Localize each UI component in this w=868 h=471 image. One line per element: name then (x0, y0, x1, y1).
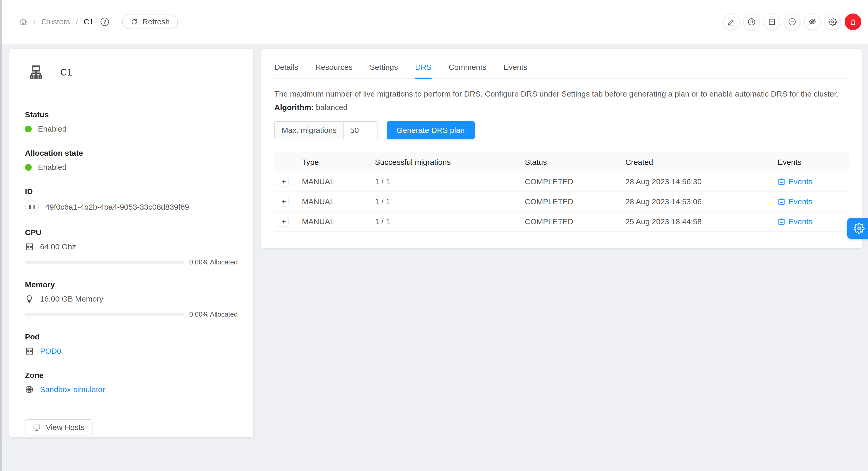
unmanage-cluster-button[interactable] (764, 13, 780, 30)
memory-value-row: 16.00 GB Memory (25, 293, 238, 305)
breadcrumb: / Clusters / C1 ? Refresh (19, 0, 178, 43)
cluster-title: C1 (60, 67, 72, 78)
cell-status: COMPLETED (516, 217, 617, 226)
pod-link[interactable]: POD0 (40, 347, 61, 356)
minus-circle-icon (788, 18, 796, 26)
events-link[interactable]: Events (778, 197, 849, 206)
memory-allocated-text: 0.00% Allocated (189, 310, 238, 318)
disable-cluster-button[interactable] (743, 13, 760, 30)
generate-drs-plan-button[interactable]: Generate DRS plan (387, 121, 475, 139)
edit-button[interactable] (723, 13, 740, 30)
pod-value-row: POD0 (25, 345, 238, 357)
zone-link[interactable]: Sandbox-simulator (40, 385, 105, 394)
allocation-state-value: Enabled (38, 163, 66, 172)
barcode-icon (25, 200, 39, 214)
tab-settings[interactable]: Settings (370, 63, 398, 78)
edit-icon (727, 18, 736, 26)
header-type: Type (293, 158, 366, 167)
hide-button[interactable] (804, 13, 821, 30)
eye-invisible-icon (808, 18, 816, 26)
cell-created: 28 Aug 2023 14:53:06 (617, 197, 769, 206)
cell-created: 28 Aug 2023 14:56:30 (617, 177, 769, 186)
memory-progress-row: 0.00% Allocated (25, 310, 238, 318)
calendar-check-icon (778, 178, 785, 186)
tab-resources[interactable]: Resources (315, 63, 352, 78)
events-link[interactable]: Events (778, 217, 849, 226)
breadcrumb-separator: / (75, 18, 78, 26)
table-row: + MANUAL 1 / 1 COMPLETED 28 Aug 2023 14:… (274, 172, 849, 192)
algorithm-label: Algorithm: (274, 103, 314, 111)
globe-icon (25, 385, 34, 394)
cluster-header: C1 (25, 62, 238, 80)
monitor-icon (33, 423, 41, 432)
memory-value: 16.00 GB Memory (40, 295, 103, 303)
home-icon[interactable] (19, 17, 28, 27)
calendar-check-icon (778, 218, 785, 226)
side-settings-button[interactable] (847, 218, 868, 239)
algorithm-value: balanced (316, 103, 348, 111)
max-migrations-addon: Max. migrations (274, 121, 344, 139)
tab-events[interactable]: Events (503, 63, 527, 78)
left-edge-strip (0, 0, 2, 471)
help-icon[interactable]: ? (100, 17, 110, 27)
zone-value-row: Sandbox-simulator (25, 384, 238, 395)
pause-circle-icon (747, 18, 756, 26)
algorithm-row: Algorithm: balanced (274, 103, 849, 112)
gear-icon (854, 223, 865, 234)
cell-status: COMPLETED (516, 197, 617, 206)
status-value-row: Enabled (25, 123, 238, 135)
pod-grid-icon (25, 347, 34, 356)
settings-button[interactable] (824, 13, 841, 30)
cpu-allocated-text: 0.00% Allocated (189, 258, 238, 266)
bulb-icon (25, 295, 34, 303)
tab-comments[interactable]: Comments (449, 63, 486, 78)
expand-row-button[interactable]: + (279, 217, 289, 227)
expand-row-button[interactable]: + (279, 177, 289, 187)
drs-description: The maximum number of live migrations to… (274, 89, 849, 99)
cell-type: MANUAL (293, 217, 366, 226)
tab-drs[interactable]: DRS (415, 63, 432, 78)
events-link[interactable]: Events (778, 177, 849, 186)
cell-migrations: 1 / 1 (366, 217, 516, 226)
id-label: ID (25, 187, 238, 196)
header-created: Created (617, 158, 769, 167)
cpu-grid-icon (25, 242, 34, 251)
status-value: Enabled (38, 125, 66, 133)
disable-allocation-button[interactable] (784, 13, 801, 30)
reload-icon (130, 18, 138, 26)
gear-icon (829, 18, 837, 26)
table-row: + MANUAL 1 / 1 COMPLETED 28 Aug 2023 14:… (274, 192, 849, 212)
header-events: Events (769, 158, 849, 167)
memory-label: Memory (25, 280, 238, 289)
breadcrumb-current: C1 (84, 18, 94, 26)
calendar-check-icon (778, 198, 785, 205)
view-hosts-label: View Hosts (46, 423, 85, 432)
tab-details[interactable]: Details (274, 63, 298, 78)
refresh-button[interactable]: Refresh (122, 14, 178, 29)
cpu-value-row: 64.00 Ghz (25, 241, 238, 253)
cpu-label: CPU (25, 228, 238, 237)
allocation-state-dot (25, 164, 32, 171)
cluster-icon (28, 64, 44, 80)
drs-plans-table: Type Successful migrations Status Create… (274, 152, 849, 232)
memory-progress-bar (25, 313, 184, 316)
breadcrumb-clusters-link[interactable]: Clusters (41, 18, 70, 26)
max-migrations-input[interactable] (344, 121, 378, 139)
allocation-state-value-row: Enabled (25, 162, 238, 173)
cluster-detail-card: Details Resources Settings DRS Comments … (261, 49, 862, 248)
id-value: 49f0c6a1-4b2b-4ba4-9053-33c08d839f69 (45, 203, 189, 211)
divider (25, 410, 238, 410)
delete-button[interactable] (845, 13, 861, 30)
zone-label: Zone (25, 371, 238, 380)
cell-migrations: 1 / 1 (366, 177, 516, 186)
cell-created: 25 Aug 2023 18:44:58 (617, 217, 769, 226)
svg-text:?: ? (103, 19, 106, 25)
table-row: + MANUAL 1 / 1 COMPLETED 25 Aug 2023 18:… (274, 212, 849, 232)
breadcrumb-separator: / (33, 18, 36, 26)
detail-tabs: Details Resources Settings DRS Comments … (274, 49, 849, 79)
view-hosts-button[interactable]: View Hosts (25, 419, 92, 435)
expand-row-button[interactable]: + (279, 197, 289, 207)
cell-migrations: 1 / 1 (366, 197, 516, 206)
cpu-value: 64.00 Ghz (40, 242, 76, 251)
pod-label: Pod (25, 332, 238, 341)
